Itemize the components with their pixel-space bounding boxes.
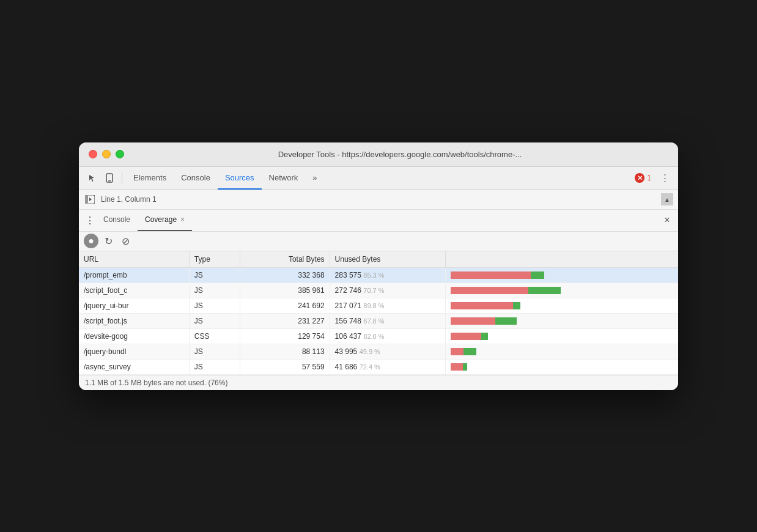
unused-num: 43 995 [335,347,358,356]
unused-pct: 72.4 % [360,363,380,371]
status-text: 1.1 MB of 1.5 MB bytes are not used. (76… [85,379,227,387]
unused-pct: 49.9 % [360,348,380,355]
table-row[interactable]: /jquery-bundlJS88 11343 995 49.9 % [79,344,678,359]
table-header-row: URL Type Total Bytes Unused Bytes [79,251,678,268]
tab-sources[interactable]: Sources [218,166,262,190]
close-button[interactable] [89,150,97,158]
panel-tab-console[interactable]: Console [96,209,138,231]
cell-type: JS [189,267,240,283]
table-row[interactable]: /async_surveyJS57 55941 686 72.4 % [79,359,678,374]
toggle-sidebar-icon[interactable] [84,193,96,205]
cell-unused-bytes: 106 437 82.0 % [330,328,446,344]
cell-bar [446,344,678,359]
cell-url: /jquery-bundl [79,344,189,359]
panel-tab-coverage[interactable]: Coverage × [138,209,192,231]
maximize-button[interactable] [116,150,124,158]
cell-total-bytes: 385 961 [240,283,330,298]
usage-bar [451,363,467,371]
table-row[interactable]: /devsite-googCSS129 754106 437 82.0 % [79,328,678,344]
close-panel-icon[interactable]: × [661,214,673,226]
status-bar: 1.1 MB of 1.5 MB bytes are not used. (76… [79,375,678,390]
cell-bar [446,298,678,313]
tab-elements[interactable]: Elements [126,166,174,190]
bar-used [463,363,467,371]
table-row[interactable]: /script_foot_cJS385 961272 746 70.7 % [79,283,678,298]
unused-pct: 85.3 % [363,272,384,279]
cell-type: JS [189,283,240,298]
expand-icon[interactable]: ▲ [661,193,673,205]
bar-unused [451,302,513,309]
col-bar [446,251,678,268]
cell-url: /jquery_ui-bur [79,298,189,313]
cell-type: JS [189,359,240,374]
unused-pct: 67.8 % [363,317,384,325]
svg-rect-1 [108,180,111,182]
panel-menu-icon[interactable]: ⋮ [84,214,96,226]
cell-unused-bytes: 41 686 72.4 % [330,359,446,374]
devtools-tabs-bar: Elements Console Sources Network » ✕ 1 ⋮ [79,167,678,190]
more-options-icon[interactable]: ⋮ [656,169,673,187]
bar-used [481,333,488,340]
cell-total-bytes: 129 754 [240,328,330,344]
cell-bar [446,283,678,298]
unused-num: 156 748 [335,317,361,325]
unused-pct: 70.7 % [363,287,384,294]
reload-button[interactable]: ↻ [101,234,116,248]
cell-unused-bytes: 283 575 85.3 % [330,267,446,283]
traffic-lights [89,150,124,158]
usage-bar [451,302,520,309]
coverage-toolbar: ● ↻ ⊘ [79,232,678,251]
bar-used [495,317,517,325]
bar-used [463,348,476,355]
coverage-table-wrapper: URL Type Total Bytes Unused Bytes /promp… [79,251,678,375]
cell-unused-bytes: 272 746 70.7 % [330,283,446,298]
title-bar: Developer Tools - https://developers.goo… [79,142,678,167]
coverage-tab-close[interactable]: × [180,215,185,224]
svg-rect-3 [85,195,88,204]
tab-console[interactable]: Console [174,166,218,190]
record-button[interactable]: ● [84,234,98,248]
cell-unused-bytes: 156 748 67.8 % [330,313,446,328]
sources-sub-toolbar: Line 1, Column 1 ▲ [79,190,678,210]
cell-total-bytes: 231 227 [240,313,330,328]
cursor-icon[interactable] [84,169,101,187]
error-count: 1 [647,174,651,182]
table-row[interactable]: /prompt_embJS332 368283 575 85.3 % [79,267,678,283]
minimize-button[interactable] [102,150,111,158]
clear-button[interactable]: ⊘ [118,234,133,248]
bar-used [531,272,544,279]
mobile-icon[interactable] [101,169,118,187]
col-unused-bytes: Unused Bytes [330,251,446,268]
devtools-window: Developer Tools - https://developers.goo… [79,142,678,390]
cell-type: JS [189,344,240,359]
unused-num: 217 071 [335,301,361,310]
col-type: Type [189,251,240,268]
unused-pct: 82.0 % [363,333,384,340]
coverage-table-body: /prompt_embJS332 368283 575 85.3 %/scrip… [79,267,678,374]
col-total-bytes: Total Bytes [240,251,330,268]
cell-url: /devsite-goog [79,328,189,344]
bar-unused [451,317,495,325]
devtools-tabs-right: ✕ 1 ⋮ [635,169,673,187]
cell-bar [446,359,678,374]
cell-total-bytes: 332 368 [240,267,330,283]
tab-more[interactable]: » [305,166,324,190]
cell-unused-bytes: 217 071 89.8 % [330,298,446,313]
cell-url: /script_foot_c [79,283,189,298]
unused-pct: 89.8 % [363,302,384,309]
usage-bar [451,333,488,340]
unused-num: 283 575 [335,271,361,279]
cell-url: /prompt_emb [79,267,189,283]
table-row[interactable]: /jquery_ui-burJS241 692217 071 89.8 % [79,298,678,313]
cell-total-bytes: 241 692 [240,298,330,313]
tab-network[interactable]: Network [262,166,306,190]
cell-bar [446,328,678,344]
table-row[interactable]: /script_foot.jsJS231 227156 748 67.8 % [79,313,678,328]
bar-unused [451,363,463,371]
coverage-table: URL Type Total Bytes Unused Bytes /promp… [79,251,678,375]
cell-total-bytes: 88 113 [240,344,330,359]
unused-num: 272 746 [335,286,361,295]
bar-unused [451,287,528,294]
usage-bar [451,287,561,294]
usage-bar [451,348,476,355]
